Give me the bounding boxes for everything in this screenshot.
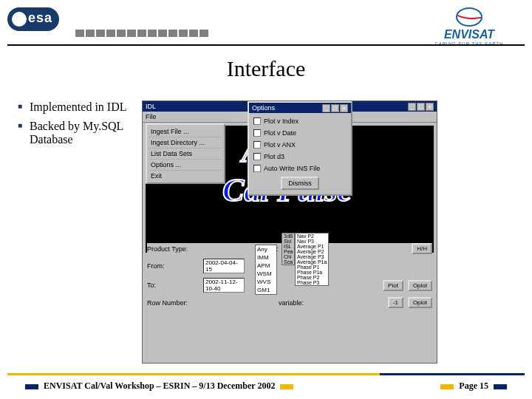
dropdown-item[interactable]: Any [256, 245, 276, 253]
hh-button[interactable]: H/H [412, 243, 432, 254]
dropdown-item[interactable]: Phase P2 [296, 275, 328, 280]
to-input[interactable]: 2002-11-12-10-40 [203, 278, 245, 293]
side-label: Sid [282, 239, 294, 244]
side-label: ISL [282, 244, 294, 249]
flag-icon [168, 30, 177, 37]
oplot-button-2[interactable]: Oplot [408, 297, 432, 308]
minus1-button[interactable]: -1 [388, 297, 403, 308]
options-title: Options [252, 104, 275, 112]
flag-icon [158, 30, 167, 37]
dropdown-item[interactable]: Nav P2 [296, 233, 328, 239]
checkbox-icon[interactable] [253, 129, 261, 137]
dropdown-item[interactable]: Nav P3 [296, 239, 328, 244]
checkbox-row[interactable]: Plot d3 [253, 153, 347, 160]
dismiss-button[interactable]: Dismiss [281, 177, 319, 190]
flag-icon [179, 30, 188, 37]
checkbox-label: Plot v ANX [264, 141, 296, 149]
flag-icon [200, 30, 208, 37]
menu-item[interactable]: Ingest Directory ... [149, 137, 222, 149]
checkbox-label: Plot v Index [264, 117, 299, 125]
header: esa ENVISAT CARING FOR THE EARTH [7, 7, 525, 43]
bullet-item: Backed by My.SQL Database [18, 120, 136, 146]
menu-item[interactable]: Options ... [149, 160, 222, 171]
checkbox-row[interactable]: Plot v Index [253, 117, 347, 125]
dropdown-item[interactable]: WVS [256, 278, 276, 286]
file-menu-popup: Ingest File ... Ingest Directory ... Lis… [146, 123, 225, 184]
dropdown-item[interactable]: IMM [256, 253, 276, 262]
flag-icon [75, 30, 84, 37]
side-label: Chi [282, 254, 294, 259]
flag-icon [117, 30, 126, 37]
flag-icon [86, 30, 95, 37]
side-label-list: 3dB Sid ISL Pea Chi Sca [282, 233, 295, 265]
product-type-label: Product Type: [147, 245, 199, 253]
side-label: Pea [282, 249, 294, 254]
maximize-icon[interactable]: □ [331, 104, 339, 112]
menu-file[interactable]: File [146, 113, 157, 120]
accent-icon [25, 384, 38, 389]
flag-icon [127, 30, 136, 37]
row-number-label: Row Number: [147, 299, 199, 307]
idl-screenshot: IDL _ □ × File ASAR Cal Pulse Ingest Fil… [142, 100, 437, 364]
slide-title: Interface [0, 56, 532, 81]
footer-right: Page 15 [437, 381, 510, 392]
header-divider [7, 44, 525, 46]
dropdown-item[interactable]: Phase P1 [296, 265, 328, 270]
checkbox-row[interactable]: Plot v ANX [253, 141, 347, 149]
checkbox-icon[interactable] [253, 141, 261, 149]
checkbox-row[interactable]: Auto Write INS File [253, 165, 347, 172]
footer-divider [7, 373, 525, 375]
dropdown-item[interactable]: Average P2 [296, 249, 328, 254]
side-label: Sca [282, 259, 294, 265]
options-titlebar[interactable]: Options _ □ × [249, 103, 351, 113]
dropdown-item[interactable]: GM1 [256, 286, 276, 294]
flag-icon [189, 30, 198, 37]
checkbox-label: Plot v Date [264, 129, 296, 137]
checkbox-icon[interactable] [253, 153, 261, 160]
envisat-logo: ENVISAT CARING FOR THE EARTH [414, 7, 525, 46]
window-buttons: _ □ × [322, 104, 348, 112]
maximize-icon[interactable]: □ [417, 103, 425, 111]
flag-icon [106, 30, 115, 37]
envisat-text: ENVISAT [414, 28, 525, 41]
menu-item[interactable]: List Data Sets [149, 149, 222, 160]
globe-icon [456, 7, 482, 27]
oplot-button[interactable]: Oplot [408, 280, 432, 291]
from-input[interactable]: 2002-04-04-15 [203, 259, 245, 273]
bullet-list: Implemented in IDL Backed by My.SQL Data… [18, 100, 136, 152]
accent-icon [494, 384, 507, 389]
page-number: Page 15 [459, 381, 488, 391]
flag-icon [148, 30, 157, 37]
close-icon[interactable]: × [340, 104, 348, 112]
dropdown-item[interactable]: Average P1 [296, 244, 328, 249]
checkbox-row[interactable]: Plot v Date [253, 129, 347, 137]
variable-label: variable: [279, 299, 304, 307]
variable-dropdown[interactable]: Nav P2 Nav P3 Average P1 Average P2 Aver… [295, 233, 329, 286]
checkbox-icon[interactable] [253, 117, 261, 125]
esa-text: esa [28, 10, 52, 26]
slide: esa ENVISAT CARING FOR THE EARTH Interfa… [0, 0, 532, 399]
menu-item[interactable]: Exit [149, 171, 222, 181]
dropdown-item[interactable]: APM [256, 262, 276, 270]
flag-strip [75, 30, 208, 37]
minimize-icon[interactable]: _ [408, 103, 416, 111]
dropdown-item[interactable]: Phase P3 [296, 280, 328, 285]
flag-icon [96, 30, 105, 37]
checkbox-label: Auto Write INS File [264, 165, 320, 172]
close-icon[interactable]: × [426, 103, 434, 111]
to-label: To: [147, 282, 199, 289]
dropdown-item[interactable]: Phase P1a [296, 270, 328, 275]
window-buttons: _ □ × [408, 103, 434, 111]
minimize-icon[interactable]: _ [322, 104, 330, 112]
checkbox-label: Plot d3 [264, 153, 284, 160]
bullet-item: Implemented in IDL [18, 100, 136, 114]
checkbox-icon[interactable] [253, 165, 261, 172]
menu-item[interactable]: Ingest File ... [149, 126, 222, 137]
plot-button[interactable]: Plot [383, 280, 403, 291]
footer-text: ENVISAT Cal/Val Workshop – ESRIN – 9/13 … [44, 381, 275, 391]
beam-dropdown[interactable]: Any IMM APM WSM WVS GM1 [255, 245, 277, 295]
options-dialog: Options _ □ × Plot v Index Plot v Date P… [248, 101, 352, 196]
dropdown-item[interactable]: Average P1a [296, 259, 328, 265]
dropdown-item[interactable]: WSM [256, 270, 276, 278]
dropdown-item[interactable]: Average P3 [296, 254, 328, 259]
